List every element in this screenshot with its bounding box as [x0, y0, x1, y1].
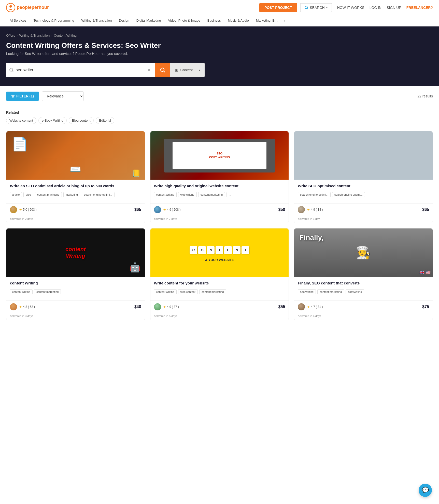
- logo[interactable]: peopleperhour: [6, 3, 49, 12]
- card-3-rating: ★ 4.9 (14): [307, 208, 323, 212]
- card-1-tag-4[interactable]: search engine optimi...: [82, 192, 115, 197]
- hero-section: Offers › Writing & Translation › Content…: [0, 26, 439, 86]
- card-2-tag-0[interactable]: content writing: [154, 192, 177, 197]
- cat-nav-more-icon[interactable]: ›: [282, 19, 287, 23]
- sign-up-link[interactable]: SIGN UP: [387, 6, 401, 10]
- card-2-tag-3[interactable]: ...: [226, 192, 233, 197]
- cat-nav-business[interactable]: Business: [204, 15, 224, 26]
- search-input[interactable]: [16, 68, 144, 72]
- card-6-title: Finally, SEO content that converts: [298, 280, 429, 286]
- card-1-price: $65: [134, 207, 141, 212]
- card-4-tag-1[interactable]: content marketing: [34, 289, 61, 294]
- search-input-icon: [9, 68, 14, 72]
- cards-grid: 📄 ⌨️ 📒 Write an SEO optimised article or…: [0, 126, 439, 325]
- card-3-avatar: [298, 206, 305, 213]
- category-chevron: ▾: [199, 69, 200, 71]
- log-in-link[interactable]: LOG IN: [370, 6, 381, 10]
- search-clear-button[interactable]: ✕: [146, 66, 152, 74]
- card-5-tag-1[interactable]: web content: [178, 289, 198, 294]
- card-6[interactable]: Finally, 👨‍🍳 🇬🇧 🇺🇸 Finally, SEO content …: [294, 228, 433, 320]
- cat-nav-design[interactable]: Design: [115, 15, 133, 26]
- results-count: 22 results: [417, 94, 433, 98]
- card-5-tag-2[interactable]: content marketing: [199, 289, 226, 294]
- card-1-body: Write an SEO optimised article or blog o…: [6, 180, 145, 203]
- cat-nav-marketing[interactable]: Marketing, Br...: [252, 15, 282, 26]
- card-5-rating-value: 4.9: [167, 305, 171, 309]
- filter-button[interactable]: FILTER (1): [6, 92, 39, 101]
- how-it-works-link[interactable]: HOW IT WORKS: [337, 6, 364, 10]
- card-4-tag-0[interactable]: content writing: [10, 289, 33, 294]
- card-5-tag-0[interactable]: content writing: [154, 289, 177, 294]
- grid-icon: ⊞: [175, 68, 178, 73]
- card-3-rating-value: 4.9: [311, 208, 315, 211]
- card-1-tag-1[interactable]: blog: [23, 192, 33, 197]
- card-1-avatar: [10, 206, 17, 213]
- sort-select[interactable]: Relevance Price: Low to High Price: High…: [42, 91, 84, 101]
- card-6-image: Finally, 👨‍🍳 🇬🇧 🇺🇸: [294, 228, 433, 277]
- card-6-tags: seo writing content marketing copywritin…: [298, 289, 429, 294]
- cat-nav-video[interactable]: Video, Photo & Image: [164, 15, 204, 26]
- tag-ebook-writing[interactable]: e-Book Writing: [38, 117, 67, 124]
- card-6-tag-2[interactable]: copywriting: [346, 289, 364, 294]
- card-2-title: Write high quality and original website …: [154, 183, 285, 189]
- card-1[interactable]: 📄 ⌨️ 📒 Write an SEO optimised article or…: [6, 131, 145, 223]
- card-5-subtitle: & YOUR WEBSITE: [205, 258, 234, 262]
- card-2-laptop: SEOCOPY WRITING: [164, 139, 275, 172]
- search-nav-label: SEARCH: [310, 6, 324, 10]
- cat-nav-digital-marketing[interactable]: Digital Marketing: [133, 15, 165, 26]
- card-2[interactable]: SEOCOPY WRITING Write high quality and o…: [150, 131, 289, 223]
- cat-nav-tech[interactable]: Technology & Programming: [30, 15, 78, 26]
- category-select-button[interactable]: ⊞ Content ... ▾: [170, 63, 205, 77]
- svg-line-3: [307, 8, 308, 9]
- card-2-body: Write high quality and original website …: [150, 180, 289, 203]
- card-3[interactable]: Write SEO optimised content search engin…: [294, 131, 433, 223]
- card-2-footer: ★ 4.9 (208) $50: [150, 203, 289, 216]
- filter-row: FILTER (1) Relevance Price: Low to High …: [0, 86, 439, 106]
- header: peopleperhour POST PROJECT SEARCH ▾ HOW …: [0, 0, 439, 15]
- card-5-tags: content writing web content content mark…: [154, 289, 285, 294]
- filter-icon: [11, 94, 15, 98]
- breadcrumb-writing-translation[interactable]: Writing & Translation: [19, 34, 50, 37]
- svg-point-6: [161, 68, 164, 71]
- card-1-rating: ★ 5.0 (603): [19, 208, 37, 212]
- tag-editorial[interactable]: Editorial: [96, 117, 114, 124]
- card-5[interactable]: C O N T E N T & YOUR WEBSITE Write conte…: [150, 228, 289, 320]
- typing-hands-icon: ⌨️: [70, 164, 81, 175]
- card-2-tags: content writing web writing content mark…: [154, 192, 285, 197]
- card-3-placeholder: [294, 131, 433, 180]
- card-1-tag-3[interactable]: marketing: [63, 192, 80, 197]
- card-1-tag-0[interactable]: article: [10, 192, 22, 197]
- tag-website-content[interactable]: Website content: [6, 117, 36, 124]
- star-icon: ★: [307, 208, 310, 212]
- card-6-tag-1[interactable]: content marketing: [317, 289, 344, 294]
- freelancer-link[interactable]: FREELANCER?: [406, 6, 433, 10]
- star-icon: ★: [19, 305, 22, 309]
- card-3-price: $65: [422, 207, 429, 212]
- search-nav-button[interactable]: SEARCH ▾: [300, 3, 332, 12]
- card-3-tag-0[interactable]: search engine optimi...: [298, 192, 331, 197]
- card-6-tag-0[interactable]: seo writing: [298, 289, 316, 294]
- search-go-button[interactable]: [155, 63, 170, 77]
- logo-icon: [6, 3, 15, 12]
- cat-nav-ai-services[interactable]: AI Services: [6, 15, 30, 26]
- post-project-button[interactable]: POST PROJECT: [259, 3, 297, 12]
- hero-subtitle: Looking for Seo Writer offers and servic…: [6, 52, 433, 56]
- card-3-tag-1[interactable]: search engine optimi...: [332, 192, 365, 197]
- card-5-price: $55: [278, 305, 285, 309]
- star-icon: ★: [19, 208, 22, 212]
- card-6-body: Finally, SEO content that converts seo w…: [294, 277, 433, 300]
- card-1-rating-value: 5.0: [23, 208, 27, 211]
- card-2-price: $50: [278, 207, 285, 212]
- breadcrumb-offers[interactable]: Offers: [6, 34, 15, 37]
- tag-blog-content[interactable]: Blog content: [69, 117, 94, 124]
- card-4-rating: ★ 4.8 (52): [19, 305, 35, 309]
- card-6-text-overlay: Finally,: [299, 234, 323, 242]
- card-1-tag-2[interactable]: content marketing: [35, 192, 62, 197]
- card-3-body: Write SEO optimised content search engin…: [294, 180, 433, 203]
- card-4[interactable]: contentWriting 🤖 content Writing content…: [6, 228, 145, 320]
- card-2-tag-1[interactable]: web writing: [178, 192, 197, 197]
- cat-nav-writing[interactable]: Writing & Translation: [78, 15, 115, 26]
- card-2-tag-2[interactable]: content marketing: [198, 192, 225, 197]
- logo-text: peopleperhour: [17, 5, 49, 10]
- cat-nav-music[interactable]: Music & Audio: [224, 15, 252, 26]
